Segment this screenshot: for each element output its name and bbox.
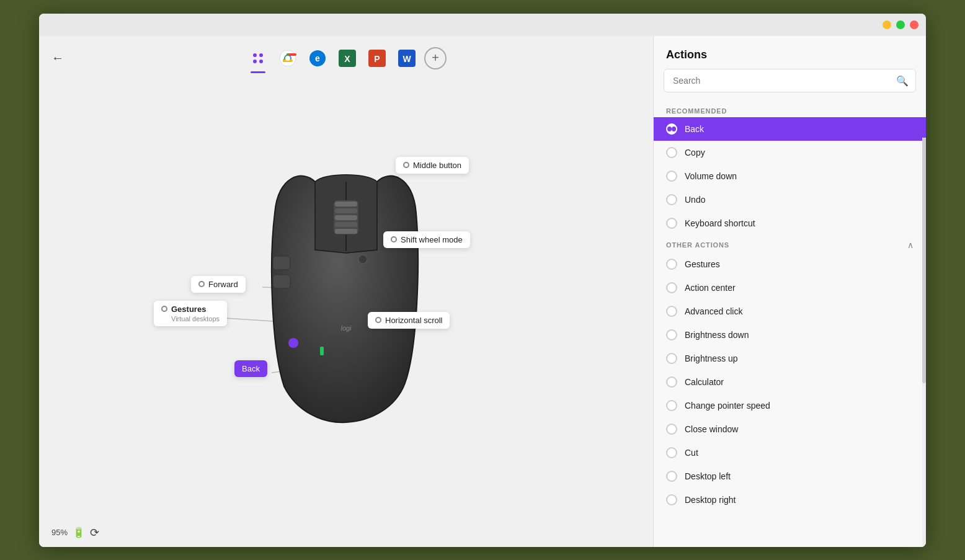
tab-chrome[interactable] xyxy=(275,46,300,71)
action-item-action-center[interactable]: Action center xyxy=(654,276,926,300)
radio-keyboard-shortcut xyxy=(666,218,677,229)
back-button[interactable]: ← xyxy=(51,51,64,65)
svg-rect-26 xyxy=(335,222,357,227)
svg-text:e: e xyxy=(315,53,320,63)
svg-text:W: W xyxy=(402,54,411,64)
svg-point-1 xyxy=(259,53,263,57)
svg-text:logi: logi xyxy=(340,324,352,332)
dot-middle-button xyxy=(403,162,409,168)
radio-desktop-left xyxy=(666,471,677,482)
label-back[interactable]: Back xyxy=(234,360,267,377)
radio-desktop-right xyxy=(666,494,677,505)
radio-back xyxy=(666,123,677,135)
action-item-change-pointer-speed[interactable]: Change pointer speed xyxy=(654,394,926,417)
action-label-gestures: Gestures xyxy=(685,259,720,269)
battery-percent: 95% xyxy=(51,528,68,537)
action-item-brightness-down[interactable]: Brightness down xyxy=(654,323,926,347)
action-label-brightness-down: Brightness down xyxy=(685,330,749,340)
tab-edge[interactable]: e xyxy=(305,46,330,71)
scrollbar-thumb[interactable] xyxy=(922,138,926,383)
radio-undo xyxy=(666,194,677,205)
add-app-button[interactable]: + xyxy=(424,47,447,69)
action-item-desktop-left[interactable]: Desktop left xyxy=(654,464,926,488)
svg-point-2 xyxy=(253,60,257,63)
sync-icon: ⟳ xyxy=(90,526,99,540)
main-window: − □ × ← xyxy=(39,14,926,547)
action-label-brightness-up: Brightness up xyxy=(685,353,738,363)
radio-close-window xyxy=(666,424,677,435)
action-item-close-window[interactable]: Close window xyxy=(654,417,926,441)
radio-action-center xyxy=(666,282,677,293)
svg-point-6 xyxy=(285,56,290,61)
label-middle-button[interactable]: Middle button xyxy=(396,157,469,174)
action-item-brightness-up[interactable]: Brightness up xyxy=(654,347,926,370)
minimize-button[interactable]: − xyxy=(883,20,891,29)
radio-advanced-click xyxy=(666,306,677,317)
close-button[interactable]: × xyxy=(910,20,918,29)
panel-title: Actions xyxy=(654,36,926,69)
action-label-cut: Cut xyxy=(685,448,698,458)
action-item-desktop-right[interactable]: Desktop right xyxy=(654,488,926,512)
radio-brightness-up xyxy=(666,353,677,364)
svg-rect-24 xyxy=(335,208,357,213)
action-label-action-center: Action center xyxy=(685,283,736,293)
dot-gestures xyxy=(161,306,167,312)
main-content: ← xyxy=(39,36,926,547)
scrollbar-track xyxy=(922,138,926,547)
bottom-status: 95% 🔋 ⟳ xyxy=(39,518,653,547)
radio-brightness-down xyxy=(666,329,677,340)
action-label-volume-down: Volume down xyxy=(685,171,737,181)
svg-point-32 xyxy=(288,338,298,348)
action-label-undo: Undo xyxy=(685,195,705,205)
actions-list: RECOMMENDED Back Copy Volume down xyxy=(654,102,926,547)
maximize-button[interactable]: □ xyxy=(896,20,905,29)
right-panel: Actions 🔍 RECOMMENDED Back Copy xyxy=(653,36,926,547)
action-label-advanced-click: Advanced click xyxy=(685,306,742,316)
app-tabs: e X P xyxy=(246,46,447,71)
radio-copy xyxy=(666,147,677,158)
svg-rect-29 xyxy=(273,275,290,288)
action-item-undo[interactable]: Undo xyxy=(654,188,926,211)
label-horizontal-scroll[interactable]: Horizontal scroll xyxy=(368,312,450,329)
label-forward[interactable]: Forward xyxy=(191,276,246,293)
svg-text:P: P xyxy=(374,54,380,64)
action-item-advanced-click[interactable]: Advanced click xyxy=(654,300,926,323)
mouse-area: logi Middle button xyxy=(39,81,653,518)
search-input[interactable] xyxy=(664,69,916,92)
radio-cut xyxy=(666,447,677,458)
svg-rect-27 xyxy=(335,229,357,234)
action-label-desktop-left: Desktop left xyxy=(685,471,731,481)
action-label-keyboard-shortcut: Keyboard shortcut xyxy=(685,218,755,228)
svg-text:X: X xyxy=(344,54,350,64)
svg-point-30 xyxy=(358,255,367,264)
action-item-calculator[interactable]: Calculator xyxy=(654,370,926,394)
radio-gestures xyxy=(666,259,677,270)
other-actions-label: OTHER ACTIONS xyxy=(666,241,729,249)
svg-rect-33 xyxy=(320,347,324,355)
tab-grid[interactable] xyxy=(246,46,270,71)
tab-word[interactable]: W xyxy=(394,46,419,71)
label-gestures[interactable]: Gestures Virtual desktops xyxy=(154,301,227,326)
svg-point-3 xyxy=(259,60,263,63)
search-icon: 🔍 xyxy=(896,74,909,86)
titlebar: − □ × xyxy=(39,14,926,36)
action-label-back: Back xyxy=(685,124,704,134)
svg-rect-28 xyxy=(273,256,290,270)
left-panel: ← xyxy=(39,36,653,547)
action-item-keyboard-shortcut[interactable]: Keyboard shortcut xyxy=(654,211,926,235)
action-item-volume-down[interactable]: Volume down xyxy=(654,164,926,188)
action-label-change-pointer-speed: Change pointer speed xyxy=(685,401,770,411)
battery-icon: 🔋 xyxy=(73,527,85,538)
action-item-back[interactable]: Back xyxy=(654,117,926,141)
other-actions-header[interactable]: OTHER ACTIONS ∧ xyxy=(654,235,926,252)
chevron-up-icon: ∧ xyxy=(907,240,914,250)
tab-excel[interactable]: X xyxy=(335,46,360,71)
dot-horizontal-scroll xyxy=(375,317,381,323)
action-item-copy[interactable]: Copy xyxy=(654,141,926,164)
top-bar: ← xyxy=(39,36,653,81)
action-item-gestures[interactable]: Gestures xyxy=(654,252,926,276)
tab-powerpoint[interactable]: P xyxy=(365,46,389,71)
action-item-cut[interactable]: Cut xyxy=(654,441,926,464)
label-shift-wheel[interactable]: Shift wheel mode xyxy=(383,231,470,248)
svg-point-0 xyxy=(253,53,257,57)
